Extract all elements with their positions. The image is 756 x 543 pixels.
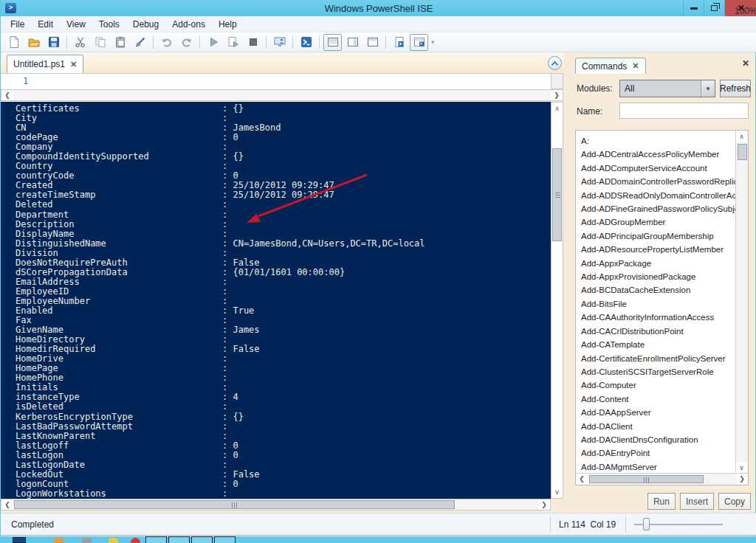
command-list-item[interactable]: Add-ADGroupMember bbox=[581, 215, 736, 229]
command-list-item[interactable]: Add-ClusteriSCSITargetServerRole bbox=[581, 365, 736, 378]
command-list-item[interactable]: Add-AppxProvisionedPackage bbox=[581, 270, 736, 283]
zoom-slider-thumb[interactable] bbox=[643, 518, 650, 530]
console-output-line: Deleted: bbox=[16, 200, 551, 210]
command-list-item[interactable]: Add-DAClientDnsConfiguration bbox=[581, 433, 736, 446]
show-addon-button[interactable] bbox=[390, 34, 408, 51]
refresh-button[interactable]: Refresh bbox=[720, 80, 751, 97]
script-editor[interactable]: 1 bbox=[1, 73, 563, 89]
menu-item[interactable]: Edit bbox=[31, 18, 60, 31]
new-script-button[interactable] bbox=[4, 34, 23, 51]
taskbar-strip[interactable] bbox=[1, 536, 756, 543]
stop-button[interactable] bbox=[244, 34, 262, 51]
console-horizontal-scrollbar-thumb[interactable] bbox=[14, 500, 455, 509]
command-list-item[interactable]: Add-Computer bbox=[581, 378, 736, 392]
console-output-line: HomedirRequired: False bbox=[16, 345, 551, 354]
undo-button[interactable] bbox=[157, 34, 176, 51]
command-list-item[interactable]: Add-ADCentralAccessPolicyMember bbox=[581, 148, 736, 161]
command-list-item[interactable]: Add-CACrlDistributionPoint bbox=[581, 325, 736, 338]
save-button[interactable] bbox=[44, 34, 63, 51]
command-list-item[interactable]: Add-ADPrincipalGroupMembership bbox=[581, 229, 736, 243]
run-button[interactable]: Run bbox=[647, 493, 676, 510]
scroll-up-icon[interactable]: ∧ bbox=[736, 131, 747, 142]
redo-button[interactable] bbox=[177, 34, 196, 51]
console-vertical-scrollbar[interactable]: ∧ ∨ bbox=[551, 102, 563, 499]
scroll-right-icon[interactable]: ❯ bbox=[551, 90, 563, 100]
show-addon-icon bbox=[393, 35, 406, 49]
taskbar-window-button[interactable] bbox=[214, 536, 236, 543]
scroll-left-icon[interactable]: ❮ bbox=[1, 90, 13, 100]
modules-dropdown[interactable]: All ▼ bbox=[619, 80, 715, 97]
open-script-button[interactable] bbox=[24, 34, 43, 51]
insert-button[interactable]: Insert bbox=[680, 493, 714, 510]
command-list-item[interactable]: Add-Content bbox=[581, 392, 736, 406]
run-script-button[interactable] bbox=[204, 34, 222, 51]
console-vertical-scrollbar-thumb[interactable] bbox=[552, 148, 562, 241]
command-list-item[interactable]: Add-ADFineGrainedPasswordPolicySubject bbox=[581, 202, 736, 215]
scroll-down-icon[interactable]: ∨ bbox=[551, 486, 563, 498]
commands-tab[interactable]: Commands ✕ bbox=[575, 58, 646, 74]
scroll-down-icon[interactable]: ∨ bbox=[736, 462, 747, 474]
scroll-up-icon[interactable]: ∧ bbox=[551, 103, 563, 114]
toolbar-overflow-icon[interactable]: ▾ bbox=[429, 38, 437, 46]
console-horizontal-scrollbar[interactable]: ❮ ❯ bbox=[1, 499, 551, 511]
command-list-item[interactable]: Add-BCDataCacheExtension bbox=[581, 283, 736, 297]
copy-button[interactable]: Copy bbox=[718, 493, 751, 510]
name-filter-input[interactable] bbox=[619, 103, 749, 119]
taskbar-app-icon[interactable] bbox=[54, 538, 63, 543]
menu-item[interactable]: Help bbox=[212, 18, 244, 31]
start-button-icon[interactable] bbox=[13, 537, 26, 543]
script-tab[interactable]: Untitled1.ps1 ✕ bbox=[7, 55, 83, 73]
taskbar-window-button[interactable] bbox=[145, 536, 167, 543]
command-list-item[interactable]: Add-CertificateEnrollmentPolicyServer bbox=[581, 352, 736, 365]
console-pane[interactable]: Certificates: {} City: CN: JamesBond cod… bbox=[1, 102, 551, 499]
script-pane-top-button[interactable] bbox=[323, 34, 342, 51]
menu-item[interactable]: Add-ons bbox=[165, 18, 212, 31]
menu-item[interactable]: View bbox=[60, 18, 92, 31]
command-list-item[interactable]: Add-DAMgmtServer bbox=[581, 460, 736, 474]
script-pane-maximized-button[interactable] bbox=[363, 34, 382, 51]
clear-console-button[interactable] bbox=[131, 34, 149, 51]
command-list-item[interactable]: Add-ADDomainControllerPasswordReplicat bbox=[581, 175, 736, 188]
menu-item[interactable]: Tools bbox=[92, 18, 126, 31]
menu-item[interactable]: File bbox=[4, 18, 31, 31]
command-list-item[interactable]: Add-CAAuthorityInformationAccess bbox=[581, 311, 736, 324]
commands-panel-close-icon[interactable]: ✕ bbox=[742, 58, 749, 69]
cut-button[interactable] bbox=[71, 34, 89, 51]
command-list-item[interactable]: Add-DAClient bbox=[581, 420, 736, 433]
chevron-down-icon[interactable]: ▼ bbox=[701, 80, 715, 97]
command-list-item[interactable]: Add-DAAppServer bbox=[581, 406, 736, 419]
paste-button[interactable] bbox=[111, 34, 129, 51]
command-list-item[interactable]: Add-AppxPackage bbox=[581, 257, 736, 270]
run-selection-button[interactable] bbox=[224, 34, 242, 51]
command-list-item[interactable]: Add-ADResourcePropertyListMember bbox=[581, 243, 736, 256]
collapse-script-pane-button[interactable] bbox=[548, 56, 562, 70]
command-list-item[interactable]: Add-ADDSReadOnlyDomainControllerAcco bbox=[581, 189, 736, 202]
taskbar-window-button[interactable] bbox=[168, 536, 190, 543]
scroll-left-icon[interactable]: ❮ bbox=[1, 499, 13, 510]
commands-horizontal-scrollbar-thumb[interactable] bbox=[589, 475, 704, 483]
script-tab-close-icon[interactable]: ✕ bbox=[70, 60, 77, 69]
new-remote-powershell-tab-button[interactable] bbox=[270, 34, 289, 51]
editor-horizontal-scrollbar[interactable]: ❮ ❯ bbox=[1, 89, 563, 101]
taskbar-app-icon[interactable] bbox=[82, 538, 92, 543]
command-list-item[interactable]: Add-ADComputerServiceAccount bbox=[581, 162, 736, 175]
commands-horizontal-scrollbar[interactable]: ❮ ❯ bbox=[576, 473, 748, 485]
script-pane-right-button[interactable] bbox=[343, 34, 362, 51]
taskbar-app-icon[interactable] bbox=[131, 538, 140, 543]
command-list-item[interactable]: Add-CATemplate bbox=[581, 338, 736, 351]
commands-tab-close-icon[interactable]: ✕ bbox=[632, 61, 639, 71]
taskbar-app-icon[interactable] bbox=[109, 538, 118, 543]
start-powershell-button[interactable] bbox=[297, 34, 315, 51]
scroll-left-icon[interactable]: ❮ bbox=[576, 474, 588, 484]
command-list-item[interactable]: A: bbox=[581, 134, 736, 148]
menu-item[interactable]: Debug bbox=[126, 18, 165, 31]
command-list-item[interactable]: Add-BitsFile bbox=[581, 297, 736, 311]
scroll-right-icon[interactable]: ❯ bbox=[736, 474, 748, 484]
command-list-item[interactable]: Add-DAEntryPoint bbox=[581, 446, 736, 460]
copy-button[interactable] bbox=[91, 34, 109, 51]
show-command-window-button[interactable] bbox=[410, 34, 428, 51]
taskbar-window-button[interactable] bbox=[191, 536, 213, 543]
commands-vertical-scrollbar[interactable]: ∧ ∨ bbox=[735, 131, 748, 474]
commands-vertical-scrollbar-thumb[interactable] bbox=[738, 144, 747, 160]
scroll-right-icon[interactable]: ❯ bbox=[538, 499, 550, 510]
